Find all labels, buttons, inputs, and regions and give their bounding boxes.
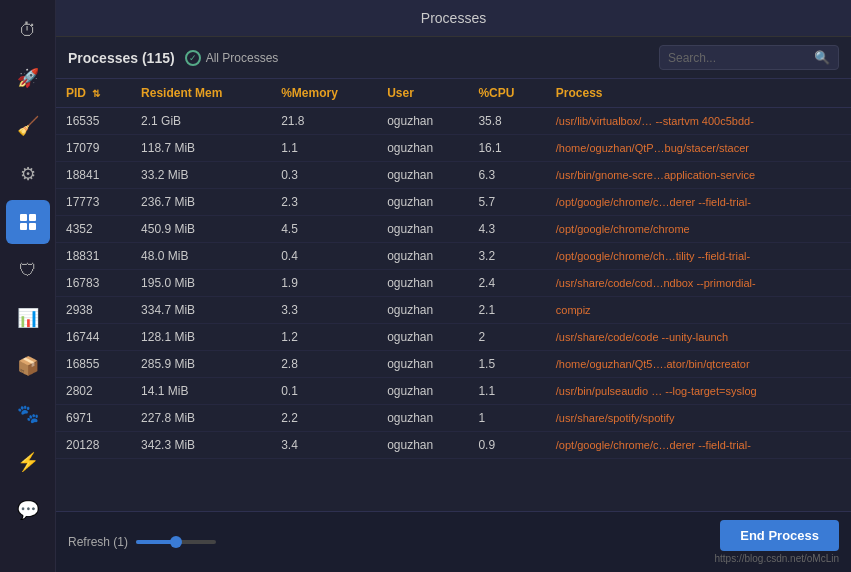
cell-user: oguzhan [377,189,468,216]
search-icon: 🔍 [814,50,830,65]
cell-user: oguzhan [377,324,468,351]
cell-memory: 2.1 GiB [131,108,271,135]
cell-cpu: 1.1 [468,378,545,405]
col-pid[interactable]: PID ⇅ [56,79,131,108]
cell-user: oguzhan [377,162,468,189]
col-process[interactable]: Process [546,79,851,108]
cell-mem-pct: 1.2 [271,324,377,351]
sidebar-item-processes[interactable] [6,200,50,244]
svg-rect-0 [20,214,27,221]
cell-memory: 285.9 MiB [131,351,271,378]
toolbar: Processes (115) ✓ All Processes 🔍 [56,37,851,79]
col-cpu[interactable]: %CPU [468,79,545,108]
check-circle-icon: ✓ [185,50,201,66]
sidebar-item-startup[interactable]: 🚀 [6,56,50,100]
cell-mem-pct: 2.2 [271,405,377,432]
table-row[interactable]: 16783 195.0 MiB 1.9 oguzhan 2.4 /usr/sha… [56,270,851,297]
search-box[interactable]: 🔍 [659,45,839,70]
cell-user: oguzhan [377,432,468,459]
table-body: 16535 2.1 GiB 21.8 oguzhan 35.8 /usr/lib… [56,108,851,459]
cell-memory: 227.8 MiB [131,405,271,432]
end-process-button[interactable]: End Process [720,520,839,551]
cell-pid: 16783 [56,270,131,297]
cell-process: /opt/google/chrome/c…derer --field-trial… [546,189,851,216]
cell-pid: 18841 [56,162,131,189]
table-row[interactable]: 16535 2.1 GiB 21.8 oguzhan 35.8 /usr/lib… [56,108,851,135]
cell-pid: 16855 [56,351,131,378]
table-row[interactable]: 16744 128.1 MiB 1.2 oguzhan 2 /usr/share… [56,324,851,351]
table-row[interactable]: 20128 342.3 MiB 3.4 oguzhan 0.9 /opt/goo… [56,432,851,459]
cell-user: oguzhan [377,108,468,135]
col-memory[interactable]: Resident Mem [131,79,271,108]
cell-mem-pct: 0.4 [271,243,377,270]
col-mem-pct[interactable]: %Memory [271,79,377,108]
cell-process: /opt/google/chrome/ch…tility --field-tri… [546,243,851,270]
sidebar-item-cleaner[interactable]: 🧹 [6,104,50,148]
svg-rect-3 [29,223,36,230]
table-row[interactable]: 4352 450.9 MiB 4.5 oguzhan 4.3 /opt/goog… [56,216,851,243]
page-header: Processes [56,0,851,37]
table-row[interactable]: 17773 236.7 MiB 2.3 oguzhan 5.7 /opt/goo… [56,189,851,216]
cell-pid: 18831 [56,243,131,270]
cell-mem-pct: 3.4 [271,432,377,459]
cell-memory: 450.9 MiB [131,216,271,243]
cell-process: /usr/bin/pulseaudio … --log-target=syslo… [546,378,851,405]
sidebar-item-gnome[interactable]: 🐾 [6,392,50,436]
cell-cpu: 2.1 [468,297,545,324]
refresh-label: Refresh (1) [68,535,128,549]
cell-memory: 342.3 MiB [131,432,271,459]
cell-process: /home/oguzhan/QtP…bug/stacer/stacer [546,135,851,162]
col-user[interactable]: User [377,79,468,108]
footer: Refresh (1) End Process https://blog.csd… [56,511,851,572]
cell-pid: 16744 [56,324,131,351]
table-row[interactable]: 18841 33.2 MiB 0.3 oguzhan 6.3 /usr/bin/… [56,162,851,189]
sidebar-item-uninstaller[interactable]: 🛡 [6,248,50,292]
table-row[interactable]: 16855 285.9 MiB 2.8 oguzhan 1.5 /home/og… [56,351,851,378]
cell-user: oguzhan [377,243,468,270]
cell-mem-pct: 2.8 [271,351,377,378]
sidebar-item-settings[interactable]: ⚡ [6,440,50,484]
refresh-slider[interactable] [136,540,216,544]
cell-user: oguzhan [377,135,468,162]
cell-user: oguzhan [377,351,468,378]
all-processes-filter[interactable]: ✓ All Processes [185,50,279,66]
table-row[interactable]: 18831 48.0 MiB 0.4 oguzhan 3.2 /opt/goog… [56,243,851,270]
cell-memory: 14.1 MiB [131,378,271,405]
sidebar-item-dashboard[interactable]: ⏱ [6,8,50,52]
cell-cpu: 2.4 [468,270,545,297]
cell-cpu: 4.3 [468,216,545,243]
cell-user: oguzhan [377,297,468,324]
sidebar-item-services[interactable]: ⚙ [6,152,50,196]
all-processes-label: All Processes [206,51,279,65]
cell-process: /usr/share/spotify/spotify [546,405,851,432]
cell-pid: 16535 [56,108,131,135]
cell-cpu: 35.8 [468,108,545,135]
cell-memory: 334.7 MiB [131,297,271,324]
cell-cpu: 5.7 [468,189,545,216]
table-row[interactable]: 6971 227.8 MiB 2.2 oguzhan 1 /usr/share/… [56,405,851,432]
cell-mem-pct: 21.8 [271,108,377,135]
search-input[interactable] [668,51,808,65]
table-row[interactable]: 2938 334.7 MiB 3.3 oguzhan 2.1 compiz [56,297,851,324]
table-row[interactable]: 2802 14.1 MiB 0.1 oguzhan 1.1 /usr/bin/p… [56,378,851,405]
svg-rect-1 [29,214,36,221]
cell-process: /opt/google/chrome/chrome [546,216,851,243]
cell-user: oguzhan [377,378,468,405]
cell-pid: 2938 [56,297,131,324]
sidebar-item-terminal[interactable]: 💬 [6,488,50,532]
slider-thumb [170,536,182,548]
cell-memory: 128.1 MiB [131,324,271,351]
cell-cpu: 2 [468,324,545,351]
cell-pid: 6971 [56,405,131,432]
cell-mem-pct: 3.3 [271,297,377,324]
table-row[interactable]: 17079 118.7 MiB 1.1 oguzhan 16.1 /home/o… [56,135,851,162]
footer-right: End Process https://blog.csdn.net/oMcLin [714,520,839,564]
cell-cpu: 1 [468,405,545,432]
sidebar-item-resources[interactable]: 📊 [6,296,50,340]
cell-process: /usr/share/code/code --unity-launch [546,324,851,351]
cell-user: oguzhan [377,216,468,243]
processes-table-container[interactable]: PID ⇅ Resident Mem %Memory User %CPU Pro… [56,79,851,511]
main-content: Processes Processes (115) ✓ All Processe… [56,0,851,572]
sidebar-item-packages[interactable]: 📦 [6,344,50,388]
cell-memory: 33.2 MiB [131,162,271,189]
